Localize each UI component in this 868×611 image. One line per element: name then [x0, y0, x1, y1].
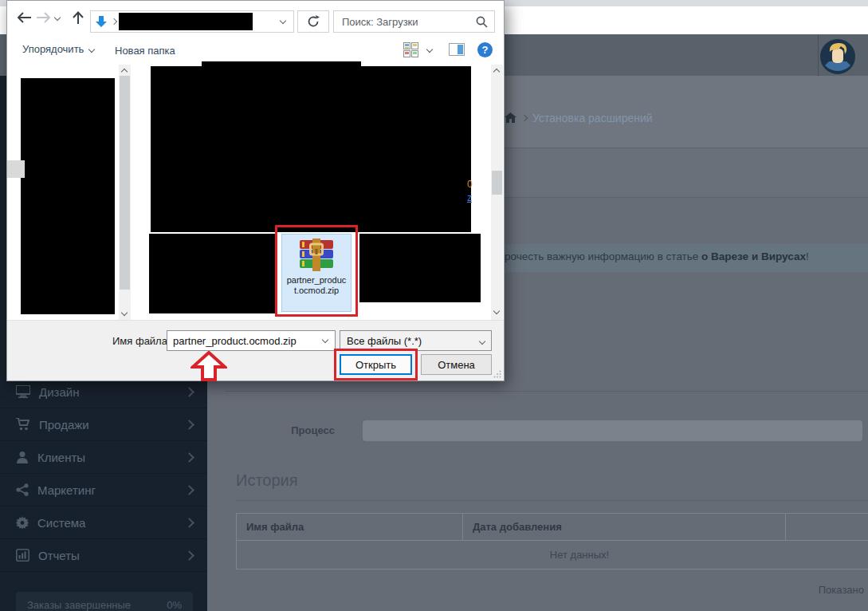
home-icon[interactable]: [505, 112, 516, 124]
sidebar-item-marketing[interactable]: Маркетинг: [0, 474, 207, 507]
refresh-button[interactable]: [297, 10, 329, 33]
scroll-down-icon[interactable]: [493, 308, 500, 314]
process-label: Процесс: [263, 424, 335, 436]
column-filename: Имя файла: [237, 514, 463, 540]
sidebar-item-sales[interactable]: Продажи: [0, 408, 207, 441]
table-header-row: Имя файла Дата добавления: [237, 514, 868, 540]
orders-completed-stat: Заказы завершенные 0%: [16, 592, 193, 611]
screen: Установка расширений рочесть важную инфо…: [0, 0, 868, 611]
new-folder-button[interactable]: Новая папка: [115, 43, 175, 57]
filetype-value: Все файлы (*.*): [347, 335, 422, 347]
history-table: Имя файла Дата добавления Нет данных!: [236, 513, 868, 570]
filename-label: Имя файла:: [112, 335, 171, 347]
forward-button[interactable]: [36, 12, 51, 23]
sidebar-item-reports[interactable]: Отчеты: [0, 539, 207, 572]
process-progress-bar: [363, 420, 862, 441]
sidebar-item-label: Дизайн: [39, 385, 79, 399]
breadcrumb-link-extension-install[interactable]: Установка расширений: [532, 112, 653, 124]
filename-fragment: z: [467, 192, 472, 203]
refresh-icon: [307, 15, 320, 28]
address-bar[interactable]: [90, 10, 294, 33]
table-empty-row: Нет данных!: [237, 540, 868, 569]
help-icon[interactable]: ?: [477, 42, 493, 57]
file-tile-redacted: [149, 234, 275, 313]
warning-bold: о Варезе и Вирусах: [701, 250, 806, 262]
resize-grip[interactable]: [493, 370, 501, 378]
orders-completed-value: 0%: [167, 599, 182, 611]
panel-rule: [225, 391, 868, 392]
organize-label: Упорядочить: [22, 43, 84, 55]
path-separator-icon: [111, 18, 117, 25]
user-avatar[interactable]: [820, 39, 855, 74]
nav-pane-scrollbar[interactable]: [119, 65, 131, 320]
back-button[interactable]: [17, 12, 32, 23]
sidebar-item-label: Система: [37, 516, 85, 530]
chevron-right-icon: [184, 518, 194, 528]
scroll-down-icon[interactable]: [121, 309, 128, 316]
file-tile-label: partner_product.ocmod.zip: [282, 275, 351, 296]
sidebar-item-system[interactable]: Система: [0, 507, 207, 539]
recent-locations-dropdown[interactable]: [54, 14, 61, 21]
view-mode-icon[interactable]: [403, 42, 418, 57]
history-title: История: [236, 471, 298, 490]
column-date-added: Дата добавления: [463, 514, 786, 540]
organize-menu[interactable]: Упорядочить: [22, 43, 94, 55]
view-mode-dropdown-icon[interactable]: [426, 46, 433, 53]
sidebar-item-label: Продажи: [39, 418, 89, 432]
chevron-right-icon: [184, 550, 194, 561]
search-input[interactable]: Поиск: Загрузки: [342, 16, 418, 28]
warning-suffix: !: [806, 250, 809, 262]
path-redacted: [119, 13, 253, 30]
filetype-dropdown-icon: [479, 338, 485, 345]
preview-pane-icon[interactable]: [449, 43, 465, 56]
warning-text: рочесть важную информацию в статье о Вар…: [505, 250, 809, 262]
search-box[interactable]: Поиск: Загрузки: [333, 10, 495, 33]
selected-file-highlight: partner_product.ocmod.zip: [275, 225, 358, 317]
file-list-redacted: [151, 66, 471, 232]
user-icon: [16, 451, 29, 463]
cancel-button[interactable]: Отмена: [421, 354, 492, 375]
scroll-up-icon[interactable]: [121, 69, 128, 75]
header-divider: [818, 34, 819, 76]
sidebar-item-label: Маркетинг: [37, 483, 96, 497]
file-tile-partner-product[interactable]: partner_product.ocmod.zip: [281, 234, 352, 312]
chevron-right-icon: [184, 387, 194, 397]
open-file-dialog: Поиск: Загрузки Упорядочить Новая папка …: [6, 0, 505, 381]
filename-fragment: 0: [467, 179, 473, 190]
cart-icon: [16, 418, 30, 431]
gear-icon: [16, 516, 29, 529]
filename-input[interactable]: [167, 330, 336, 351]
monitor-icon: [16, 385, 30, 398]
open-button-highlight: [334, 349, 418, 380]
chevron-right-icon: [184, 485, 194, 495]
warning-prefix: рочесть важную информацию в статье: [505, 250, 701, 262]
dialog-footer: Имя файла: Все файлы (*.*) Открыть Отмен…: [7, 320, 504, 380]
new-folder-label: Новая папка: [115, 45, 175, 57]
chevron-right-icon: [184, 452, 194, 463]
share-icon: [16, 483, 29, 496]
history-rule: [236, 500, 868, 501]
scroll-up-icon[interactable]: [493, 69, 500, 75]
winrar-archive-icon: [299, 238, 334, 272]
search-icon: [476, 16, 488, 28]
organize-dropdown-icon: [88, 45, 95, 52]
orders-completed-label: Заказы завершенные: [27, 599, 131, 611]
scrollbar-thumb[interactable]: [120, 76, 130, 290]
downloads-folder-icon: [95, 15, 108, 28]
annotation-arrow-up: [190, 351, 227, 381]
sidebar-item-label: Клиенты: [37, 451, 85, 464]
breadcrumb: Установка расширений: [505, 110, 653, 126]
file-list-scrollbar[interactable]: [491, 65, 503, 320]
breadcrumb-separator-icon: [521, 115, 528, 121]
nav-pane-redacted: [21, 78, 115, 314]
nav-pane-selected-item: [7, 160, 25, 178]
pagination-text: Показано: [808, 584, 864, 596]
file-tile-redacted: [359, 234, 481, 302]
scrollbar-thumb[interactable]: [492, 171, 502, 195]
sidebar-item-customers[interactable]: Клиенты: [0, 441, 207, 474]
chart-icon: [16, 549, 29, 562]
up-button[interactable]: [73, 11, 84, 25]
chevron-right-icon: [184, 420, 194, 430]
sidebar-item-label: Отчеты: [38, 549, 80, 562]
address-dropdown-icon[interactable]: [280, 18, 286, 24]
